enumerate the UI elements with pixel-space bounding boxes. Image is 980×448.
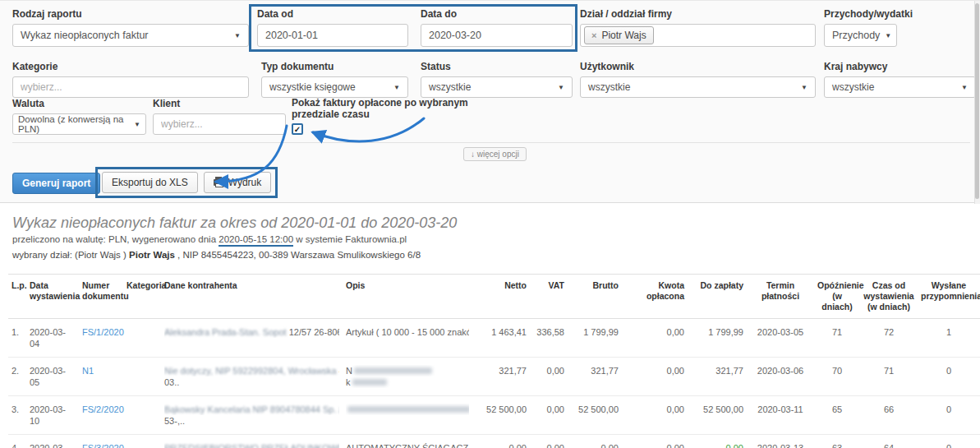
col-opis: Opis	[343, 275, 472, 319]
table-row: 2. 2020-03-05 N1 Nie dotyczy, NIP 592299…	[8, 358, 980, 396]
invoices-table: L.p. Data wystawienia Numer dokumentu Ka…	[8, 274, 980, 448]
client-field: Klient	[153, 99, 286, 135]
generate-report-button[interactable]: Generuj raport	[12, 173, 100, 194]
cell-lp: 2.	[8, 358, 26, 396]
buyer-country-select[interactable]: wszystkie ▼	[824, 76, 976, 98]
department-field: Dział / oddział firmy × Piotr Wajs	[580, 9, 816, 47]
currency-select[interactable]: Dowolna (z konwersją na PLN) ▼	[12, 113, 146, 135]
cell-paid: 0,00	[622, 319, 688, 358]
report-type-field: Rodzaj raportu Wykaz nieopłaconych faktu…	[12, 9, 249, 47]
currency-value: Dowolna (z konwersją na PLN)	[18, 114, 129, 134]
currency-label: Waluta	[12, 99, 146, 109]
export-xls-button[interactable]: Eksportuj do XLS	[102, 172, 198, 193]
cell-reminders: 0	[918, 396, 980, 435]
department-input[interactable]: × Piotr Wajs	[580, 24, 816, 47]
cell-lp: 4.	[8, 435, 26, 448]
cell-reminders: 1	[918, 319, 980, 358]
table-row: 3. 2020-03-10 FS/2/2020 Bąkowsky Kancela…	[8, 396, 980, 435]
print-button[interactable]: Wydruk	[204, 172, 272, 193]
chevron-down-icon: ▼	[234, 32, 241, 39]
cell-date: 2020-03-10	[26, 396, 79, 435]
col-termin-platnosci: Termin płatności	[747, 275, 814, 319]
chevron-down-icon: ▼	[558, 84, 564, 91]
date-from-field: Data od	[257, 9, 408, 47]
date-to-field: Data do	[421, 9, 573, 47]
date-to-input[interactable]	[421, 24, 573, 47]
document-link[interactable]: FS/1/2020	[82, 327, 124, 337]
chevron-down-icon: ▼	[885, 32, 891, 39]
cell-description: AUTOMATYCZNY ŚCIĄGACZ IZO	[343, 435, 472, 448]
document-link[interactable]: N1	[82, 366, 94, 376]
col-vat: VAT	[530, 275, 568, 319]
income-expense-select[interactable]: Przychody ▼	[824, 24, 897, 47]
cell-vat: 0,00	[530, 396, 568, 435]
status-value: wszystkie	[429, 81, 471, 93]
cell-delay: 70	[814, 358, 860, 396]
cell-age: 72	[860, 319, 918, 358]
cell-due: 321,77	[688, 358, 747, 396]
user-select[interactable]: wszystkie ▼	[580, 76, 816, 98]
col-netto: Netto	[472, 275, 530, 319]
col-wyslane-przypomnienia: Wysłane przypomnienia	[918, 275, 980, 319]
cell-description: Artykuł ( 10 000 - 15 000 znaków )	[343, 319, 472, 358]
chevron-down-icon: ▼	[134, 121, 140, 128]
buyer-country-label: Kraj nabywcy	[824, 62, 976, 72]
cell-category	[123, 396, 161, 435]
cell-paid: 0,00	[622, 435, 688, 448]
categories-input[interactable]	[12, 76, 249, 98]
chevron-down-icon: ▼	[961, 84, 968, 91]
cell-paid: 0,00	[622, 396, 688, 435]
cell-due: 1 799,99	[688, 319, 747, 358]
document-type-value: wszystkie księgowe	[269, 81, 356, 93]
report-section: Wykaz nieopłaconych faktur za okres od 2…	[0, 203, 980, 448]
report-type-select[interactable]: Wykaz nieopłaconych faktur ▼	[12, 24, 249, 47]
col-kategoria: Kategoria	[123, 275, 161, 319]
col-lp: L.p.	[8, 275, 26, 319]
chevron-down-icon: ▼	[393, 84, 400, 91]
cell-age: 64	[860, 435, 918, 448]
table-row: 1. 2020-03-04 FS/1/2020 Aleksandra Prada…	[8, 319, 980, 358]
cell-netto: 321,77	[472, 358, 530, 396]
remove-tag-icon[interactable]: ×	[591, 30, 596, 40]
down-arrow-icon: ↓	[471, 150, 475, 159]
cell-brutto: 0,00	[568, 435, 622, 448]
status-select[interactable]: wszystkie ▼	[421, 76, 573, 98]
cell-deadline: 2020-03-11	[747, 396, 814, 435]
chevron-down-icon: ▼	[801, 84, 807, 91]
col-data-wystawienia: Data wystawienia	[26, 275, 79, 319]
client-input[interactable]	[153, 113, 286, 135]
more-options-button[interactable]: ↓ więcej opcji	[463, 147, 527, 161]
cell-delay: 63	[814, 435, 860, 448]
cell-description	[343, 396, 472, 435]
cell-deadline: 2020-03-13	[747, 435, 814, 448]
cell-delay: 71	[814, 319, 860, 358]
col-kwota-oplacona: Kwota opłacona	[622, 275, 688, 319]
cell-age: 66	[860, 396, 918, 435]
cell-brutto: 1 799,99	[568, 319, 622, 358]
department-tag[interactable]: × Piotr Wajs	[584, 26, 654, 44]
cell-date: 2020-03-12	[26, 435, 79, 448]
user-value: wszystkie	[588, 81, 630, 93]
cell-date: 2020-03-05	[26, 358, 79, 396]
cell-vat: 0,00	[530, 358, 568, 396]
cell-date: 2020-03-04	[26, 319, 79, 358]
scrollbar[interactable]	[974, 1, 980, 204]
scrollbar-thumb[interactable]	[975, 3, 979, 199]
cell-brutto: 321,77	[568, 358, 622, 396]
show-paid-invoices-label: Pokaż faktury opłacone po wybranym przed…	[292, 97, 497, 120]
filter-panel: Rodzaj raportu Wykaz nieopłaconych faktu…	[0, 0, 980, 203]
col-dane-kontrahenta: Dane kontrahenta	[161, 275, 343, 319]
document-link[interactable]: FS/2/2020	[82, 404, 124, 414]
show-paid-invoices-checkbox[interactable]: ✓	[292, 123, 303, 135]
document-link[interactable]: FS/3/2020	[82, 443, 124, 448]
date-from-input[interactable]	[257, 24, 408, 47]
department-tag-label: Piotr Wajs	[601, 30, 646, 41]
document-type-select[interactable]: wszystkie księgowe ▼	[261, 76, 408, 98]
cell-due: 52 500,00	[688, 396, 747, 435]
cell-vat: 336,58	[530, 319, 568, 358]
buyer-country-value: wszystkie	[832, 81, 874, 93]
col-opoznienie: Opóźnienie (w dniach)	[814, 275, 860, 319]
cell-reminders: 0	[918, 358, 980, 396]
report-department-line: wybrany dział: (Piotr Wajs ) Piotr Wajs …	[12, 250, 980, 260]
cell-deadline: 2020-03-06	[747, 358, 814, 396]
